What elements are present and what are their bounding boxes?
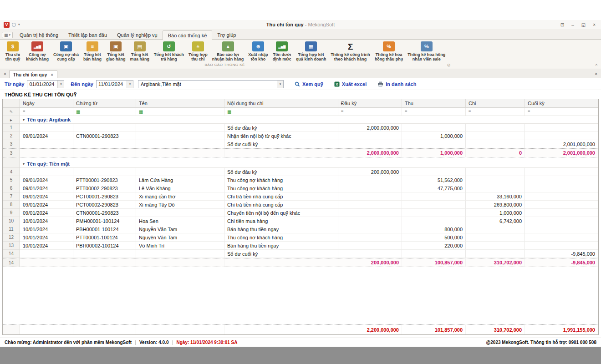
minimize-icon[interactable]: – (571, 22, 574, 27)
menu-tab-5[interactable]: Trợ giúp (212, 30, 241, 39)
table-row[interactable]: 1110/01/2024PBH00001-100124Nguyễn Văn Ta… (3, 225, 598, 233)
table-row[interactable]: 209/01/2024CTN00001-290823Nhận tiền nội … (3, 132, 598, 140)
filter-cell-thu[interactable]: = (402, 108, 466, 116)
group-header-row[interactable]: ▸▾Tên quỹ: Argibank (3, 116, 598, 124)
table-row[interactable]: 509/01/2024PTT00001-290823Lâm Cửa HàngTh… (3, 176, 598, 184)
close-tab-right-icon[interactable]: × (595, 71, 597, 76)
ribbon-item-tong-ket-khach-tra-hang[interactable]: ↺Tổng kết kháchtrả hàng (152, 40, 186, 62)
close-icon[interactable]: × (593, 22, 596, 27)
group-expand-icon[interactable]: ▾ (23, 162, 25, 166)
view-fund-button[interactable]: Xem quỹ (295, 81, 323, 87)
summary-ten (136, 258, 224, 267)
table-row[interactable]: 1010/01/2024PMH00001-100124Hoa SenChi ti… (3, 217, 598, 225)
summary-noidung (224, 149, 338, 157)
from-date-input[interactable] (27, 81, 57, 88)
menu-tab-1[interactable]: Quản trị hệ thống (15, 30, 63, 39)
ribbon-item-bao-cao-loi-nhuan[interactable]: ▲Báo cáo lợinhuận bán hàng (210, 40, 246, 62)
table-row[interactable]: 909/01/2024CTN00001-290823Chuyển tiền nộ… (3, 209, 598, 217)
ribbon-item-tong-ket-ban-hang[interactable]: ≡Tổng kếtbán hàng (81, 40, 104, 62)
cell-ngay: 10/01/2024 (20, 217, 73, 225)
filter-cell-ten[interactable]: ▦ (136, 108, 224, 116)
cell-cuoiky: 2,001,000,000 (525, 140, 598, 148)
ribbon-item-tong-hop-thu-chi[interactable]: ±Tổng hợpthu chi (186, 40, 210, 62)
ribbon-item-thong-ke-hoa-hong-thau-phu[interactable]: %Thống kê hoahồng thầu phụ (372, 40, 405, 62)
to-date-input[interactable] (97, 81, 127, 88)
cell-dauky (338, 242, 402, 250)
ribbon-item-cong-no-nha-cung-cap[interactable]: ▣Công nợ nhàcung cấp (51, 40, 81, 62)
filter-cell-dauky[interactable]: = (338, 108, 402, 116)
ribbon-item-thu-chi-ton-quy[interactable]: $Thu chitồn quỹ (2, 40, 24, 62)
row-indicator-header (3, 99, 20, 108)
ribbon-item-tong-hop-ket-qua-kinh-doanh[interactable]: ▦Tổng hợp kếtquả kinh doanh (294, 40, 329, 62)
grid-body: ▸▾Tên quỹ: Argibank1Số dư đầu kỳ2,000,00… (3, 116, 598, 267)
cell-ten (136, 168, 224, 176)
filter-cell-noidung[interactable]: ▦ (224, 108, 338, 116)
ribbon-item-label: Tổng kết kháchtrả hàng (154, 52, 184, 61)
to-date-picker: ▾ (96, 80, 133, 88)
table-row[interactable]: 4Số dư đầu kỳ200,000,000 (3, 168, 598, 176)
table-row[interactable]: 1210/01/2024PTT00001-100124Nguyễn Văn Ta… (3, 233, 598, 242)
quick-access-caret-icon[interactable]: ▾ (18, 23, 20, 26)
table-row[interactable]: 14Số dư cuối kỳ-9,845,000 (3, 250, 598, 258)
table-row[interactable]: 3Số dư cuối kỳ2,001,000,000 (3, 140, 598, 148)
column-header-chi[interactable]: Chi (466, 99, 525, 108)
cell-cuoiky (525, 209, 598, 217)
print-list-button[interactable]: In danh sách (377, 81, 416, 87)
cell-ngay (20, 140, 73, 148)
filter-cell-cuoiky[interactable]: = (525, 108, 598, 116)
ribbon-item-xuat-nhap-ton-kho[interactable]: ⊕Xuất nhậptồn kho (246, 40, 270, 62)
column-header-noidung[interactable]: Nội dung thu chi (224, 99, 338, 108)
filter-cell-chi[interactable]: = (466, 108, 525, 116)
ribbon-item-thong-ke-cong-trinh[interactable]: ΣThống kê công trìnhtheo khách hàng (328, 40, 372, 62)
chevron-down-icon[interactable]: ▾ (277, 81, 283, 88)
document-tab-thu-chi-ton-quy[interactable]: Thu chi tồn quỹ × (9, 71, 57, 78)
ribbon-item-thong-ke-hoa-hong-sale[interactable]: %Thống kê hoa hồngnhân viên sale (405, 40, 448, 62)
column-header-chungtu[interactable]: Chứng từ (73, 99, 136, 108)
cell-ten (136, 209, 224, 217)
grid-empty-area (3, 267, 598, 324)
fullscreen-icon[interactable]: ⊡ (560, 22, 564, 27)
cell-chungtu: PCT00001-290823 (73, 192, 136, 201)
table-row[interactable]: 809/01/2024PCT00002-290823Xi măng Tây Đô… (3, 201, 598, 209)
column-header-ngay[interactable]: Ngày (20, 99, 73, 108)
menu-tab-2[interactable]: Thiết lập ban đầu (63, 30, 112, 39)
cell-noidung: Chi tiền mua hàng (224, 217, 338, 225)
cell-cuoiky (525, 233, 598, 242)
ribbon-item-tong-ket-mua-hang[interactable]: ▤Tổng kếtmua hàng (127, 40, 152, 62)
filter-cell-ngay[interactable]: = (20, 108, 73, 116)
tab-close-icon[interactable]: × (51, 72, 53, 77)
table-row[interactable]: 1310/01/2024PBH00002-100124Võ Minh TríBá… (3, 242, 598, 250)
fund-select[interactable]: Argibank,Tiền mặt ▾ (138, 80, 284, 88)
column-header-ten[interactable]: Tên (136, 99, 224, 108)
printer-icon (377, 81, 383, 87)
dialog-launcher-icon[interactable]: ⊙ (447, 63, 451, 67)
row-number: 9 (3, 209, 20, 217)
column-header-thu[interactable]: Thu (402, 99, 466, 108)
table-row[interactable]: 709/01/2024PCT00001-290823Xi măng cần th… (3, 192, 598, 201)
group-expand-icon[interactable]: ▾ (23, 118, 25, 122)
ribbon-collapse-icon[interactable]: ^ (596, 63, 597, 68)
cell-ngay (20, 124, 73, 132)
restore-icon[interactable]: ◱ (581, 22, 586, 27)
column-header-cuoiky[interactable]: Cuối kỳ (525, 99, 598, 108)
filter-bar: Từ ngày ▾ Đến ngày ▾ Argibank,Tiền mặt ▾… (0, 78, 601, 90)
cell-chungtu: PTT00001-100124 (73, 233, 136, 242)
table-row[interactable]: 609/01/2024PTT00002-290823Lê Văn KhángTh… (3, 184, 598, 192)
cell-cuoiky (525, 242, 598, 250)
filter-cell-chungtu[interactable]: ▦ (73, 108, 136, 116)
ribbon-item-cong-no-khach-hang[interactable]: ▂▅▇Công nợkhách hàng (24, 40, 51, 62)
quick-access-circle-icon[interactable] (12, 23, 16, 27)
column-header-dauky[interactable]: Đầu kỳ (338, 99, 402, 108)
window-list-button[interactable]: ▦ ▾ (2, 32, 13, 38)
close-tab-left-icon[interactable]: × (3, 71, 9, 78)
chevron-down-icon[interactable]: ▾ (57, 81, 64, 88)
export-excel-button[interactable]: X Xuất excel (334, 81, 367, 87)
table-row[interactable]: 1Số dư đầu kỳ2,000,000,000 (3, 124, 598, 132)
chevron-down-icon[interactable]: ▾ (127, 81, 133, 88)
menu-tab-4[interactable]: Báo cáo thống kê (163, 30, 213, 40)
ribbon-item-ton-duoi-dinh-muc[interactable]: ▂▅▇Tồn dướiđịnh mức (270, 40, 294, 62)
group-header-row[interactable]: ▾Tên quỹ: Tiền mặt (3, 160, 598, 168)
menu-tab-3[interactable]: Quản lý nghiệp vụ (112, 30, 163, 39)
ribbon-item-tong-ket-giao-hang[interactable]: ▣Tổng kếtgiao hàng (104, 40, 128, 62)
red-chart-icon: ▂▅▇ (31, 41, 43, 51)
